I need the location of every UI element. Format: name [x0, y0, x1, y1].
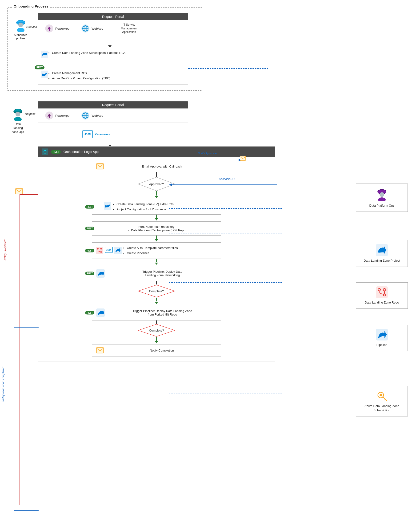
notify-completion-label: Notify Completion: [107, 349, 217, 352]
email-approval-label: Email Approval with Call-back: [107, 165, 217, 168]
step3-list: Create ARM Template parameter files Crea…: [125, 245, 178, 256]
down-arrow-1: [110, 39, 110, 45]
rest-badge-step1: REST: [85, 205, 94, 209]
mid-webapp-label: WebApp: [92, 114, 103, 117]
step4-wrap: REST Trigger Pipeline: Deploy Data Landi…: [92, 266, 221, 281]
notify-user-vline: [14, 327, 14, 511]
step5-wrap: REST Trigger Pipeline: Deploy Data Landi…: [92, 305, 221, 321]
notify-approver-label: Notify Approver: [198, 152, 217, 155]
step1-li-2: Project Configuration for LZ instance: [116, 207, 174, 212]
email-icon-completion: [96, 347, 104, 353]
svg-rect-37: [96, 247, 103, 254]
dashed-step1-dlzproject: [169, 208, 282, 209]
complete1-diamond: Complete?: [138, 284, 175, 298]
mid-portal-box: Request Portal PowerApp WebApp: [38, 101, 188, 123]
rest-badge-1: REST: [35, 65, 44, 70]
svg-text:{}: {}: [43, 150, 47, 154]
arrowhead-complete2: [155, 341, 158, 344]
step3-box: JSON Create ARM Template parameter files…: [92, 242, 221, 259]
step4-label: Trigger Pipeline: Deploy Data Landing Zo…: [108, 270, 217, 277]
step2-label: Fork Node main repository to Data Platfo…: [128, 225, 185, 232]
svg-marker-51: [155, 302, 158, 304]
dashed-complete1-azuredlzsub: [169, 393, 282, 393]
svg-rect-56: [96, 348, 104, 353]
vline-after-step1: [156, 215, 157, 218]
notify-rejected-hline-top: [19, 194, 38, 195]
task2-item-2: Azure DevOps Project Configuration (TBC): [52, 76, 183, 81]
webapp-label: WebApp: [92, 27, 103, 30]
svg-marker-36: [155, 239, 158, 241]
powerapp-label: PowerApp: [55, 27, 70, 30]
arrowhead-after-step2: [155, 239, 158, 242]
step1-li-1: Create Data Landing Zone (LZ) extra RGs: [116, 202, 174, 207]
arrowhead-complete1: [155, 301, 158, 305]
svg-text:JSON: JSON: [106, 249, 111, 251]
json-icon: JSON: [82, 130, 93, 138]
onboarding-label: Onboarding Process: [12, 4, 50, 8]
notify-rejected-vline: [19, 194, 20, 505]
complete1-diamond-wrap: Complete?: [138, 284, 175, 298]
dashed-step3-pipeline1: [169, 282, 282, 283]
powerapp-icon: [45, 24, 53, 33]
authorized-profiles-label: Authorizedprofiles: [12, 33, 29, 40]
step1-box: Create Data Landing Zone (LZ) extra RGs …: [92, 199, 221, 215]
dashed-step5-azuredlzsub: [169, 426, 282, 426]
mid-powerapp-icon: [45, 111, 53, 120]
right-vline-dashed: [382, 188, 382, 424]
json-badge-step3: JSON: [105, 247, 113, 253]
mid-powerapp-label: PowerApp: [55, 114, 70, 117]
notify-rejected-email-icon: [15, 188, 23, 195]
orchestration-box: {} REST Orchestration Logic App Email Ap…: [38, 146, 275, 361]
step2-box: Fork Node main repository to Data Platfo…: [92, 221, 221, 236]
svg-text:JSON: JSON: [85, 133, 91, 136]
orch-label: Orchestration Logic App: [63, 150, 99, 154]
powerapp-item: PowerApp: [45, 24, 70, 33]
rest-badge-step5: REST: [85, 311, 94, 314]
task1-list: Create Data Landing Zone Subscription + …: [50, 51, 183, 55]
vline-complete2: [156, 337, 157, 341]
rest-badge-step2: REST: [85, 227, 94, 230]
pipeline-icon-step5: [96, 308, 105, 317]
logic-app-icon: {}: [42, 148, 48, 155]
svg-point-74: [379, 394, 382, 396]
step4-box: Trigger Pipeline: Deploy Data Landing Zo…: [92, 266, 221, 281]
dashed-top-h: [188, 68, 268, 69]
step3-li-2: Create Pipelines: [127, 251, 178, 256]
svg-rect-80: [16, 188, 23, 194]
step3-li-1: Create ARM Template parameter files: [127, 245, 178, 251]
notify-user-hline-bottom: [14, 510, 39, 511]
webapp-item: WebApp: [81, 24, 103, 33]
mid-portal-apps: PowerApp WebApp: [38, 108, 188, 122]
svg-text:Approved?: Approved?: [149, 182, 164, 186]
arrowhead-after-step3: [155, 262, 158, 266]
pipeline-icon-step4: [96, 269, 105, 278]
step5-box: Trigger Pipeline: Deploy Data Landing Zo…: [92, 305, 221, 321]
dashed-step2-dlzproject: [169, 233, 282, 233]
complete2-diamond-wrap: Complete?: [138, 324, 175, 337]
top-portal-apps: PowerApp WebApp IT Service Management Ap…: [38, 20, 188, 37]
vline-after-email: [156, 172, 157, 177]
vline-approved: [156, 191, 157, 196]
step3-icons: JSON: [96, 247, 122, 254]
down-arrowhead-approved: [155, 196, 158, 199]
dlz-ops-person-icon: [12, 107, 24, 121]
svg-rect-30: [96, 164, 104, 169]
task2-list: Create Management RGs Azure DevOps Proje…: [50, 70, 183, 81]
top-request-label: Request: [26, 25, 37, 28]
orch-header: {} REST Orchestration Logic App: [38, 147, 275, 157]
notify-completion-box: Notify Completion: [92, 344, 221, 357]
top-request-portal-box: Request Portal PowerApp WebApp: [38, 13, 188, 37]
approved-diamond-wrap: Approved?: [138, 177, 175, 191]
down-arrow-2: [110, 125, 110, 130]
email-approval-box: Email Approval with Call-back: [92, 161, 221, 172]
devops-icon-1: [41, 51, 48, 59]
step3-wrap: REST: [92, 242, 221, 259]
notify-user-hline-top: [14, 327, 39, 328]
webapp-icon: [81, 24, 90, 33]
mid-webapp-icon: [81, 111, 90, 120]
vline-after-step4: [156, 281, 157, 284]
vline-complete1: [156, 298, 157, 301]
orch-rest-badge: REST: [51, 150, 61, 154]
vline-after-step3: [156, 259, 157, 262]
dashed-step3-dlzrepo: [169, 259, 282, 259]
